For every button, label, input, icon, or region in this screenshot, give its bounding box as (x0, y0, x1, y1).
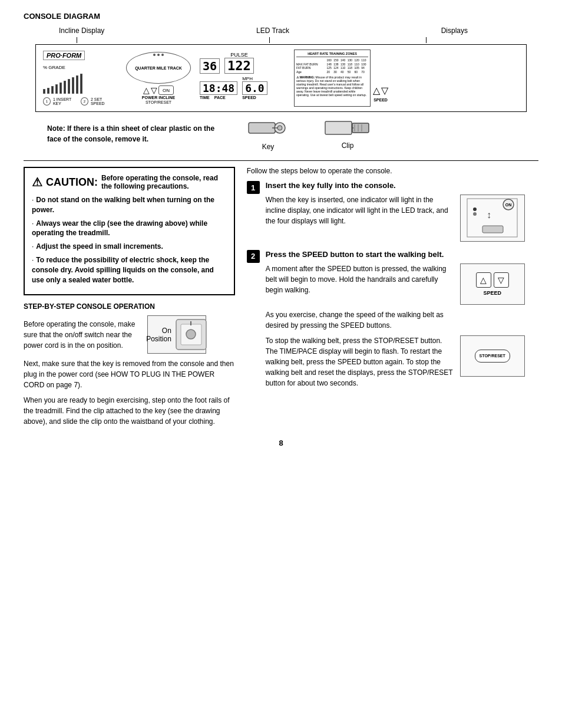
speed-label-small: SPEED (483, 290, 501, 296)
svg-text:↕: ↕ (487, 210, 491, 220)
console-diagram-area: Incline Display LED Track Displays PRO·F… (24, 27, 538, 156)
follow-steps-text: Follow the steps below to operate the co… (247, 167, 538, 175)
caution-list: ·Do not stand on the walking belt when t… (32, 195, 227, 285)
on-position-box: On Position (147, 315, 206, 354)
step-1-number: 1 (247, 181, 260, 194)
led-track-label: LED Track (256, 27, 289, 35)
step-para2: Next, make sure that the key is removed … (24, 358, 235, 390)
key-graphic (247, 117, 289, 140)
displays-label: Displays (441, 27, 468, 35)
caution-item-1: ·Do not stand on the walking belt when t… (32, 195, 227, 215)
step-1-heading: Insert the key fully into the console. (266, 181, 538, 191)
svg-point-12 (186, 330, 196, 339)
diagram-labels-row: Incline Display LED Track Displays (24, 27, 538, 37)
page-number: 8 (24, 439, 538, 447)
key-label: Key (262, 143, 275, 151)
display-num3: 18:48 (200, 81, 237, 95)
proform-logo: PRO·FORM (43, 51, 85, 60)
svg-text:ON: ON (505, 203, 511, 207)
heart-rate-box: HEART RATE TRAINING ZONES 16015014013012… (294, 50, 371, 107)
step-1-image: ON ↕ (460, 195, 525, 242)
incline-display-label: Incline Display (59, 27, 104, 35)
step-para3: When you are ready to begin exercising, … (24, 395, 235, 427)
svg-point-17 (473, 207, 477, 211)
svg-point-3 (277, 126, 282, 130)
step-2-heading: Press the SPEED button to start the walk… (266, 250, 538, 260)
stop-reset-image: STOP/RESET (460, 335, 525, 377)
key-clip-area: Note: If there is a thin sheet of clear … (24, 112, 538, 156)
caution-box: ⚠ CAUTION: Before operating the console,… (24, 167, 235, 295)
step-2-desc3: To stop the walking belt, press the STOP… (266, 335, 454, 388)
console-main-border: PRO·FORM % GRADE 1 1 INSERT KEY 2 2 S (35, 44, 527, 112)
step-1: 1 Insert the key fully into the console.… (247, 181, 538, 242)
caution-subtitle-text: Before operating the console, read the f… (101, 174, 227, 190)
page-title: CONSOLE DIAGRAM (24, 12, 538, 21)
intro-text: Before operating the console, make sure … (24, 319, 141, 351)
caution-item-3: ·Adjust the speed in small increments. (32, 242, 227, 252)
clip-label: Clip (342, 141, 354, 150)
step-2-desc1: A moment after the SPEED button is press… (266, 263, 454, 305)
svg-rect-4 (325, 121, 352, 134)
step-by-step-section: STEP-BY-STEP CONSOLE OPERATION Before op… (24, 302, 235, 427)
step-2: 2 Press the SPEED button to start the wa… (247, 250, 538, 388)
display-num2: 122 (224, 58, 254, 74)
svg-rect-0 (249, 123, 275, 133)
step-1-desc: When the key is inserted, one indicator … (266, 195, 454, 242)
caution-item-4: ·To reduce the possibility of electric s… (32, 255, 227, 285)
step-2-number: 2 (247, 250, 260, 263)
track-label: QUARTER MILE TRACK (135, 66, 182, 70)
svg-point-18 (473, 212, 477, 216)
step-2-desc2: As you exercise, change the speed of the… (266, 309, 454, 331)
svg-rect-20 (482, 226, 503, 233)
quarter-mile-track: QUARTER MILE TRACK (126, 52, 191, 84)
display-num4: 6.0 (242, 81, 267, 95)
caution-title-text: CAUTION: (46, 176, 98, 189)
step-by-step-title: STEP-BY-STEP CONSOLE OPERATION (24, 302, 235, 311)
grade-label: % GRADE (43, 65, 115, 70)
note-text: Note: If there is a thin sheet of clear … (47, 124, 214, 143)
caution-item-2: ·Always wear the clip (see the drawing a… (32, 219, 227, 239)
switch-graphic (175, 318, 207, 351)
clip-graphic (324, 118, 371, 139)
speed-buttons-image: △ ▽ SPEED (460, 263, 525, 305)
caution-triangle-icon: ⚠ (32, 175, 42, 189)
display-num1: 36 (200, 58, 220, 74)
